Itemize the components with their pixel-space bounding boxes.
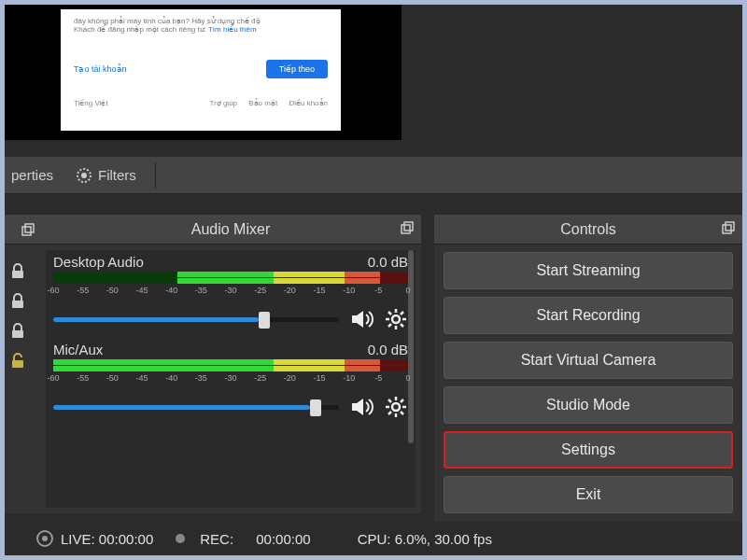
panel-title: Audio Mixer [191,221,270,238]
svg-rect-7 [12,360,23,368]
audio-mixer-panel: Audio Mixer Desktop Audio 0.0 dB -60-55-… [40,215,421,513]
svg-line-25 [401,412,403,414]
studio-mode-button[interactable]: Studio Mode [444,386,733,424]
sources-lock-strip [0,215,40,513]
svg-rect-5 [12,301,23,308]
filters-tab[interactable]: Filters [64,157,148,193]
svg-line-15 [388,312,391,315]
scrollbar[interactable] [408,250,414,443]
svg-line-24 [388,399,391,402]
svg-line-27 [401,399,403,402]
start-streaming-button[interactable]: Start Streaming [444,252,733,289]
svg-line-18 [401,312,403,315]
live-time: 00:00:00 [99,531,153,547]
speaker-icon[interactable] [348,394,374,420]
channel-name: Desktop Audio [53,254,144,270]
exit-button[interactable]: Exit [444,476,733,513]
learn-more-link: Tìm hiểu thêm [208,25,257,34]
properties-tab[interactable]: perties [0,157,64,193]
audio-channel-mic: Mic/Aux 0.0 dB -60-55-50-45-40-35-30-25-… [53,342,408,420]
live-label: LIVE: [61,531,95,547]
filters-icon [76,167,92,184]
audio-channel-desktop: Desktop Audio 0.0 dB -60-55-50-45-40-35-… [53,254,408,332]
next-button-preview: Tiếp theo [266,60,328,78]
dock-toolbar: perties Filters [0,157,742,194]
svg-rect-2 [22,227,31,235]
svg-rect-6 [12,330,23,338]
lang-selector: Tiếng Việt [74,99,108,107]
svg-rect-3 [25,224,34,232]
svg-point-1 [81,173,87,178]
rec-time: 00:00:00 [256,531,310,547]
status-bar: LIVE: 00:00:00 REC: 00:00:00 CPU: 6.0%, … [5,522,742,555]
svg-line-26 [388,412,391,414]
svg-line-16 [401,324,403,327]
start-virtual-camera-button[interactable]: Start Virtual Camera [444,342,733,379]
svg-rect-28 [723,225,731,233]
channel-name: Mic/Aux [53,342,103,357]
volume-slider[interactable] [53,308,339,330]
rec-label: REC: [200,531,233,547]
rec-dot-icon [176,534,185,543]
channel-db: 0.0 dB [368,254,408,270]
divider [155,162,156,189]
gear-icon[interactable] [384,307,408,331]
svg-rect-29 [726,222,734,231]
tab-label: Filters [98,167,136,183]
settings-button[interactable]: Settings [444,431,733,469]
create-account-link: Tạo tài khoản [74,64,127,74]
svg-rect-9 [404,222,413,231]
preview-content: đây không phải máy tính của bạn? Hãy sử … [61,9,341,131]
popout-icon[interactable] [21,223,35,236]
vu-meter: -60-55-50-45-40-35-30-25-20-15-10-50 [53,359,408,388]
meter-ticks: -60-55-50-45-40-35-30-25-20-15-10-50 [53,373,408,388]
preview-area: đây không phải máy tính của bạn? Hãy sử … [0,0,402,140]
lock-icon[interactable] [4,287,32,315]
popout-icon[interactable] [722,221,735,234]
speaker-icon[interactable] [348,306,374,332]
svg-point-19 [392,403,400,411]
lock-icon[interactable] [4,258,32,286]
svg-point-10 [392,315,400,323]
gear-icon[interactable] [384,395,408,419]
popout-icon[interactable] [401,221,414,234]
broadcast-icon [36,530,53,547]
meter-ticks: -60-55-50-45-40-35-30-25-20-15-10-50 [53,286,408,301]
tab-label: perties [11,167,53,183]
unlock-icon[interactable] [4,347,32,375]
live-indicator: LIVE: 00:00:00 [36,530,153,547]
svg-rect-4 [12,271,23,278]
svg-line-17 [388,324,391,327]
panel-title-bar: Audio Mixer [40,215,421,245]
channel-db: 0.0 dB [368,342,408,357]
preview-text: đây không phải máy tính của bạn? Hãy sử … [74,17,328,34]
volume-slider[interactable] [53,396,339,418]
panel-title: Controls [560,221,616,238]
svg-rect-8 [402,225,410,233]
start-recording-button[interactable]: Start Recording [444,297,733,334]
lock-icon[interactable] [4,317,32,345]
vu-meter: -60-55-50-45-40-35-30-25-20-15-10-50 [53,272,408,301]
controls-panel: Controls Start Streaming Start Recording… [434,215,742,523]
cpu-status: CPU: 6.0%, 30.00 fps [358,531,492,547]
panel-title-bar: Controls [434,215,742,245]
